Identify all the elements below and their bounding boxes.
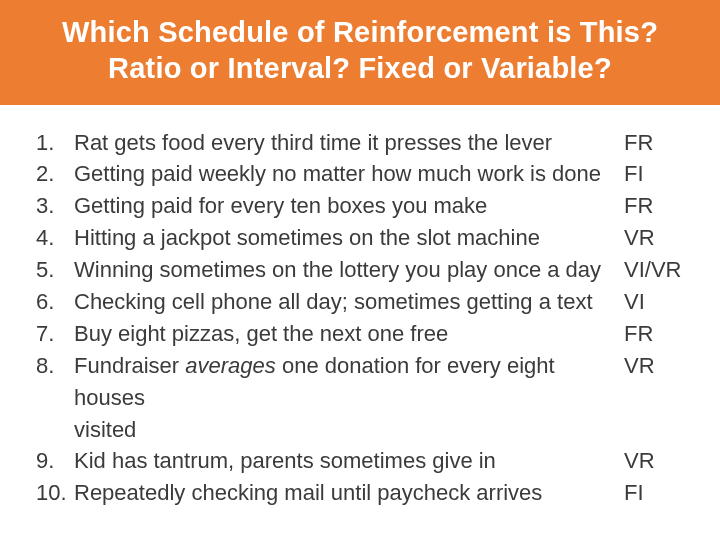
- list-item: 10. Repeatedly checking mail until paych…: [30, 477, 690, 509]
- item-answer: VI/VR: [624, 254, 690, 286]
- list-item: 9. Kid has tantrum, parents sometimes gi…: [30, 445, 690, 477]
- question-list: 1. Rat gets food every third time it pre…: [0, 105, 720, 510]
- item-answer: FR: [624, 127, 690, 159]
- item-answer: FI: [624, 158, 690, 190]
- item-number: 1.: [30, 127, 74, 159]
- item-answer: VI: [624, 286, 690, 318]
- item-number: 4.: [30, 222, 74, 254]
- item-number: 2.: [30, 158, 74, 190]
- list-item: 2. Getting paid weekly no matter how muc…: [30, 158, 690, 190]
- item-answer: FR: [624, 190, 690, 222]
- list-item: 5. Winning sometimes on the lottery you …: [30, 254, 690, 286]
- item-number: 5.: [30, 254, 74, 286]
- item-number: 6.: [30, 286, 74, 318]
- item-text: Repeatedly checking mail until paycheck …: [74, 477, 624, 509]
- list-item: 7. Buy eight pizzas, get the next one fr…: [30, 318, 690, 350]
- list-item: 8. Fundraiser averages one donation for …: [30, 350, 690, 414]
- item-text-pre: Fundraiser: [74, 353, 185, 378]
- item-text: Getting paid for every ten boxes you mak…: [74, 190, 624, 222]
- item-number: 7.: [30, 318, 74, 350]
- item-answer: VR: [624, 445, 690, 477]
- item-text: Getting paid weekly no matter how much w…: [74, 158, 624, 190]
- item-text: Hitting a jackpot sometimes on the slot …: [74, 222, 624, 254]
- list-item: 1. Rat gets food every third time it pre…: [30, 127, 690, 159]
- item-text: Checking cell phone all day; sometimes g…: [74, 286, 624, 318]
- item-text-wrap: visited: [74, 414, 624, 446]
- item-text: Buy eight pizzas, get the next one free: [74, 318, 624, 350]
- list-item: 3. Getting paid for every ten boxes you …: [30, 190, 690, 222]
- list-item: 6. Checking cell phone all day; sometime…: [30, 286, 690, 318]
- item-text: Winning sometimes on the lottery you pla…: [74, 254, 624, 286]
- list-item: 4. Hitting a jackpot sometimes on the sl…: [30, 222, 690, 254]
- item-text: Rat gets food every third time it presse…: [74, 127, 624, 159]
- item-text: Kid has tantrum, parents sometimes give …: [74, 445, 624, 477]
- item-answer: FI: [624, 477, 690, 509]
- item-answer: FR: [624, 318, 690, 350]
- title-line-1: Which Schedule of Reinforcement is This?: [20, 14, 700, 50]
- item-answer: VR: [624, 350, 690, 382]
- item-number: 10.: [30, 477, 74, 509]
- item-text-em: averages: [185, 353, 276, 378]
- item-number: 9.: [30, 445, 74, 477]
- item-number: 8.: [30, 350, 74, 382]
- item-answer: VR: [624, 222, 690, 254]
- item-number: 3.: [30, 190, 74, 222]
- slide-header: Which Schedule of Reinforcement is This?…: [0, 0, 720, 105]
- list-item-wrap: visited: [30, 414, 690, 446]
- item-text: Fundraiser averages one donation for eve…: [74, 350, 624, 414]
- title-line-2: Ratio or Interval? Fixed or Variable?: [20, 50, 700, 86]
